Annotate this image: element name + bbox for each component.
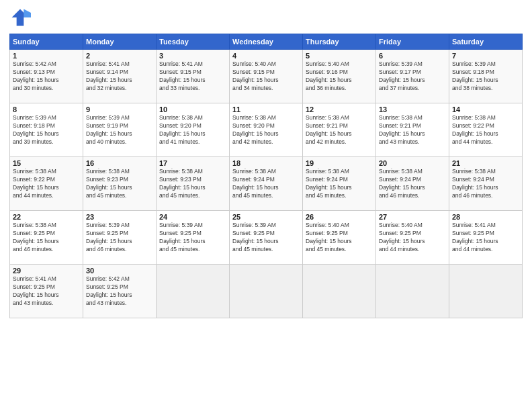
calendar-day-cell: 29Sunrise: 5:41 AM Sunset: 9:25 PM Dayli… (10, 265, 83, 318)
day-number: 6 (379, 52, 446, 60)
day-number: 16 (86, 159, 153, 167)
calendar-day-cell (157, 265, 230, 318)
calendar-day-cell: 21Sunrise: 5:38 AM Sunset: 9:24 PM Dayli… (449, 157, 523, 211)
day-number: 22 (13, 213, 80, 221)
weekday-header: Friday (376, 34, 449, 50)
calendar-day-cell: 22Sunrise: 5:38 AM Sunset: 9:25 PM Dayli… (10, 211, 83, 265)
logo-icon (9, 7, 31, 28)
day-number: 15 (13, 159, 80, 167)
day-info: Sunrise: 5:38 AM Sunset: 9:22 PM Dayligh… (452, 114, 519, 146)
day-number: 1 (13, 52, 80, 60)
day-info: Sunrise: 5:38 AM Sunset: 9:24 PM Dayligh… (232, 168, 300, 200)
day-number: 19 (306, 159, 373, 167)
day-info: Sunrise: 5:38 AM Sunset: 9:20 PM Dayligh… (232, 114, 300, 146)
calendar-day-cell: 26Sunrise: 5:40 AM Sunset: 9:25 PM Dayli… (303, 211, 376, 265)
day-info: Sunrise: 5:40 AM Sunset: 9:16 PM Dayligh… (306, 60, 373, 93)
calendar-day-cell: 10Sunrise: 5:38 AM Sunset: 9:20 PM Dayli… (157, 103, 230, 157)
day-number: 20 (379, 159, 446, 167)
day-info: Sunrise: 5:39 AM Sunset: 9:18 PM Dayligh… (452, 60, 519, 93)
day-info: Sunrise: 5:40 AM Sunset: 9:25 PM Dayligh… (379, 222, 446, 254)
page: SundayMondayTuesdayWednesdayThursdayFrid… (0, 0, 532, 411)
calendar-week-row: 29Sunrise: 5:41 AM Sunset: 9:25 PM Dayli… (10, 265, 523, 318)
day-number: 11 (232, 105, 300, 113)
calendar-day-cell (376, 265, 449, 318)
calendar-day-cell: 4Sunrise: 5:40 AM Sunset: 9:15 PM Daylig… (230, 50, 303, 103)
calendar-day-cell (230, 265, 303, 318)
calendar-day-cell: 5Sunrise: 5:40 AM Sunset: 9:16 PM Daylig… (303, 50, 376, 103)
calendar-day-cell: 12Sunrise: 5:38 AM Sunset: 9:21 PM Dayli… (303, 103, 376, 157)
calendar-header-row: SundayMondayTuesdayWednesdayThursdayFrid… (10, 34, 523, 50)
day-number: 9 (86, 105, 153, 113)
day-info: Sunrise: 5:42 AM Sunset: 9:25 PM Dayligh… (86, 275, 153, 308)
day-info: Sunrise: 5:41 AM Sunset: 9:25 PM Dayligh… (13, 275, 80, 308)
calendar-day-cell: 8Sunrise: 5:39 AM Sunset: 9:18 PM Daylig… (10, 103, 83, 157)
calendar-day-cell: 24Sunrise: 5:39 AM Sunset: 9:25 PM Dayli… (157, 211, 230, 265)
calendar-day-cell: 15Sunrise: 5:38 AM Sunset: 9:22 PM Dayli… (10, 157, 83, 211)
calendar-week-row: 8Sunrise: 5:39 AM Sunset: 9:18 PM Daylig… (10, 103, 523, 157)
calendar-day-cell: 11Sunrise: 5:38 AM Sunset: 9:20 PM Dayli… (230, 103, 303, 157)
logo (9, 7, 34, 28)
day-number: 8 (13, 105, 80, 113)
day-info: Sunrise: 5:39 AM Sunset: 9:17 PM Dayligh… (379, 60, 446, 93)
day-number: 4 (232, 52, 300, 60)
calendar-day-cell (449, 265, 523, 318)
day-number: 5 (306, 52, 373, 60)
calendar-day-cell: 28Sunrise: 5:41 AM Sunset: 9:25 PM Dayli… (449, 211, 523, 265)
day-number: 17 (159, 159, 226, 167)
day-info: Sunrise: 5:38 AM Sunset: 9:21 PM Dayligh… (379, 114, 446, 146)
day-number: 29 (13, 267, 80, 275)
day-number: 25 (232, 213, 300, 221)
calendar-day-cell: 7Sunrise: 5:39 AM Sunset: 9:18 PM Daylig… (449, 50, 523, 103)
calendar-day-cell: 23Sunrise: 5:39 AM Sunset: 9:25 PM Dayli… (83, 211, 157, 265)
calendar-day-cell: 25Sunrise: 5:39 AM Sunset: 9:25 PM Dayli… (230, 211, 303, 265)
day-info: Sunrise: 5:39 AM Sunset: 9:19 PM Dayligh… (86, 114, 153, 146)
day-number: 7 (452, 52, 519, 60)
day-number: 28 (452, 213, 519, 221)
weekday-header: Sunday (10, 34, 83, 50)
day-number: 30 (86, 267, 153, 275)
calendar-day-cell: 1Sunrise: 5:42 AM Sunset: 9:13 PM Daylig… (10, 50, 83, 103)
day-info: Sunrise: 5:39 AM Sunset: 9:25 PM Dayligh… (159, 222, 226, 254)
day-number: 18 (232, 159, 300, 167)
day-number: 13 (379, 105, 446, 113)
day-info: Sunrise: 5:38 AM Sunset: 9:25 PM Dayligh… (13, 222, 80, 254)
day-info: Sunrise: 5:38 AM Sunset: 9:24 PM Dayligh… (379, 168, 446, 200)
day-number: 10 (159, 105, 226, 113)
day-info: Sunrise: 5:38 AM Sunset: 9:22 PM Dayligh… (13, 168, 80, 200)
weekday-header: Monday (83, 34, 157, 50)
day-number: 23 (86, 213, 153, 221)
day-info: Sunrise: 5:38 AM Sunset: 9:24 PM Dayligh… (452, 168, 519, 200)
day-number: 26 (306, 213, 373, 221)
calendar-day-cell: 19Sunrise: 5:38 AM Sunset: 9:24 PM Dayli… (303, 157, 376, 211)
weekday-header: Saturday (449, 34, 523, 50)
calendar-day-cell: 13Sunrise: 5:38 AM Sunset: 9:21 PM Dayli… (376, 103, 449, 157)
calendar-day-cell: 27Sunrise: 5:40 AM Sunset: 9:25 PM Dayli… (376, 211, 449, 265)
day-info: Sunrise: 5:38 AM Sunset: 9:24 PM Dayligh… (306, 168, 373, 200)
svg-marker-1 (24, 9, 31, 17)
day-info: Sunrise: 5:39 AM Sunset: 9:18 PM Dayligh… (13, 114, 80, 146)
day-info: Sunrise: 5:42 AM Sunset: 9:13 PM Dayligh… (13, 60, 80, 93)
calendar-week-row: 22Sunrise: 5:38 AM Sunset: 9:25 PM Dayli… (10, 211, 523, 265)
calendar-day-cell: 16Sunrise: 5:38 AM Sunset: 9:23 PM Dayli… (83, 157, 157, 211)
day-number: 2 (86, 52, 153, 60)
weekday-header: Thursday (303, 34, 376, 50)
calendar-day-cell: 9Sunrise: 5:39 AM Sunset: 9:19 PM Daylig… (83, 103, 157, 157)
calendar-day-cell: 6Sunrise: 5:39 AM Sunset: 9:17 PM Daylig… (376, 50, 449, 103)
day-info: Sunrise: 5:40 AM Sunset: 9:25 PM Dayligh… (306, 222, 373, 254)
calendar-table: SundayMondayTuesdayWednesdayThursdayFrid… (9, 34, 523, 318)
day-info: Sunrise: 5:41 AM Sunset: 9:15 PM Dayligh… (159, 60, 226, 93)
day-info: Sunrise: 5:41 AM Sunset: 9:25 PM Dayligh… (452, 222, 519, 254)
day-number: 24 (159, 213, 226, 221)
calendar-week-row: 15Sunrise: 5:38 AM Sunset: 9:22 PM Dayli… (10, 157, 523, 211)
day-number: 3 (159, 52, 226, 60)
weekday-header: Wednesday (230, 34, 303, 50)
day-number: 21 (452, 159, 519, 167)
calendar-day-cell: 30Sunrise: 5:42 AM Sunset: 9:25 PM Dayli… (83, 265, 157, 318)
day-info: Sunrise: 5:38 AM Sunset: 9:20 PM Dayligh… (159, 114, 226, 146)
day-number: 27 (379, 213, 446, 221)
calendar-day-cell (303, 265, 376, 318)
calendar-day-cell: 14Sunrise: 5:38 AM Sunset: 9:22 PM Dayli… (449, 103, 523, 157)
header (9, 7, 523, 28)
day-info: Sunrise: 5:41 AM Sunset: 9:14 PM Dayligh… (86, 60, 153, 93)
day-info: Sunrise: 5:39 AM Sunset: 9:25 PM Dayligh… (86, 222, 153, 254)
